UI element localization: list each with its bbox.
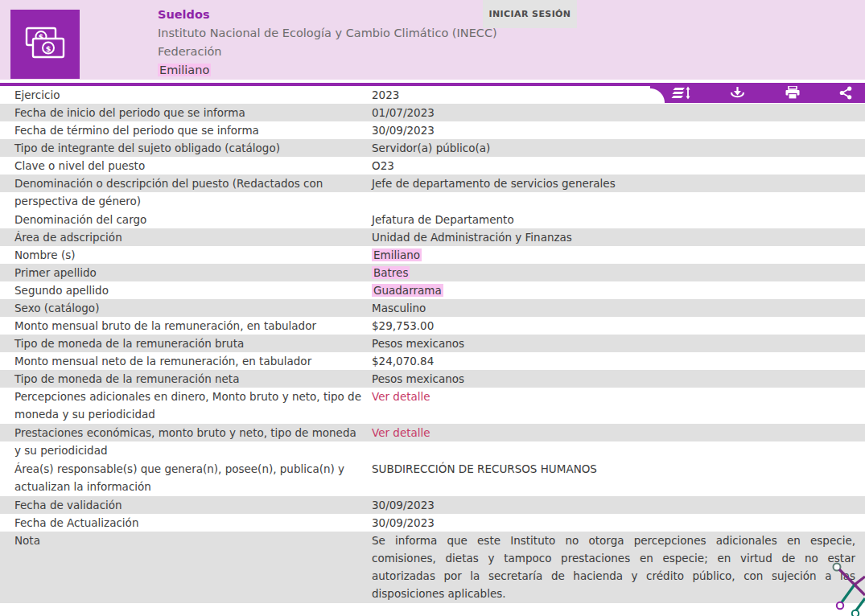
field-label: Denominación del cargo bbox=[0, 211, 362, 228]
field-label: Área de adscripción bbox=[0, 228, 362, 246]
field-value: 30/09/2023 bbox=[372, 514, 855, 532]
table-row: Tipo de moneda de la remuneración neta P… bbox=[0, 370, 865, 388]
table-row: Monto mensual neto de la remuneración, e… bbox=[0, 352, 865, 370]
field-value: Pesos mexicanos bbox=[372, 335, 855, 352]
field-label: Fecha de inicio del periodo que se infor… bbox=[0, 104, 362, 121]
ver-detalle-link[interactable]: Ver detalle bbox=[372, 390, 430, 403]
table-row: Tipo de moneda de la remuneración bruta … bbox=[0, 335, 865, 352]
field-label: Tipo de moneda de la remuneración bruta bbox=[0, 335, 362, 352]
field-value: 2023 bbox=[372, 86, 855, 104]
highlighted-value: Emiliano bbox=[372, 248, 422, 261]
field-value: Servidor(a) público(a) bbox=[372, 139, 855, 157]
money-bills-icon: $ $ bbox=[22, 26, 68, 63]
ver-detalle-link[interactable]: Ver detalle bbox=[372, 426, 430, 439]
table-row: Nombre (s) Emiliano bbox=[0, 246, 865, 264]
table-row: Monto mensual bruto de la remuneración, … bbox=[0, 317, 865, 335]
field-label: Tipo de integrante del sujeto obligado (… bbox=[0, 139, 362, 157]
svg-text:$: $ bbox=[46, 44, 51, 53]
table-row: Segundo apellido Guadarrama bbox=[0, 281, 865, 299]
field-label: Primer apellido bbox=[0, 264, 362, 281]
page-title: Sueldos bbox=[158, 6, 497, 24]
field-value: Masculino bbox=[372, 299, 855, 317]
field-value: Ver detalle bbox=[372, 388, 855, 405]
field-label: Área(s) responsable(s) que genera(n), po… bbox=[0, 460, 362, 495]
table-row: Fecha de término del periodo que se info… bbox=[0, 121, 865, 139]
login-button[interactable]: INICIAR SESIÓN bbox=[483, 0, 577, 28]
field-value: Batres bbox=[372, 264, 855, 281]
field-label: Prestaciones económicas, monto bruto y n… bbox=[0, 424, 362, 459]
field-value: 30/09/2023 bbox=[372, 121, 855, 139]
stick-figure-mascot-icon[interactable] bbox=[831, 560, 865, 616]
field-label: Fecha de término del periodo que se info… bbox=[0, 121, 362, 139]
field-value: SUBDIRECCIÓN DE RECURSOS HUMANOS bbox=[372, 460, 855, 478]
field-label: Ejercicio bbox=[0, 86, 362, 104]
field-label: Tipo de moneda de la remuneración neta bbox=[0, 370, 362, 388]
table-row: Percepciones adicionales en dinero, Mont… bbox=[0, 388, 865, 424]
field-label: Percepciones adicionales en dinero, Mont… bbox=[0, 388, 362, 423]
field-value: Unidad de Administración y Finanzas bbox=[372, 228, 855, 246]
table-row: Prestaciones económicas, monto bruto y n… bbox=[0, 424, 865, 460]
table-row: Tipo de integrante del sujeto obligado (… bbox=[0, 139, 865, 157]
table-row: Nota Se informa que este Instituto no ot… bbox=[0, 532, 865, 603]
field-label: Fecha de Actualización bbox=[0, 514, 362, 532]
highlighted-value: Guadarrama bbox=[372, 284, 443, 297]
field-value: Jefe de departamento de servicios genera… bbox=[372, 175, 855, 192]
field-label: Monto mensual neto de la remuneración, e… bbox=[0, 352, 362, 370]
table-row: Área de adscripción Unidad de Administra… bbox=[0, 228, 865, 246]
field-value: 01/07/2023 bbox=[372, 104, 855, 121]
field-value: O23 bbox=[372, 157, 855, 175]
table-row: Denominación del cargo Jefatura de Depar… bbox=[0, 211, 865, 228]
field-value: Jefatura de Departamento bbox=[372, 211, 855, 228]
field-label: Nota bbox=[0, 532, 362, 549]
search-term-highlight: Emiliano bbox=[158, 64, 211, 76]
table-row: Fecha de inicio del periodo que se infor… bbox=[0, 104, 865, 121]
table-row: Primer apellido Batres bbox=[0, 264, 865, 281]
field-value: $24,070.84 bbox=[372, 352, 855, 370]
field-value: Guadarrama bbox=[372, 281, 855, 299]
table-row: Ejercicio 2023 bbox=[0, 86, 865, 104]
table-row: Clave o nivel del puesto O23 bbox=[0, 157, 865, 175]
highlighted-value: Batres bbox=[372, 266, 410, 279]
field-value: Ver detalle bbox=[372, 424, 855, 441]
table-row: Fecha de validación 30/09/2023 bbox=[0, 496, 865, 514]
field-value: Pesos mexicanos bbox=[372, 370, 855, 388]
table-row: Fecha de Actualización 30/09/2023 bbox=[0, 514, 865, 532]
field-value: $29,753.00 bbox=[372, 317, 855, 335]
government-level: Federación bbox=[158, 43, 497, 61]
field-label: Segundo apellido bbox=[0, 281, 362, 299]
field-value: Emiliano bbox=[372, 246, 855, 264]
institution-name: Instituto Nacional de Ecología y Cambio … bbox=[158, 24, 497, 43]
field-label: Monto mensual bruto de la remuneración, … bbox=[0, 317, 362, 335]
table-row: Sexo (catálogo) Masculino bbox=[0, 299, 865, 317]
field-value: 30/09/2023 bbox=[372, 496, 855, 514]
field-label: Fecha de validación bbox=[0, 496, 362, 514]
search-term-line: Emiliano bbox=[158, 61, 497, 80]
record-detail-table: Ejercicio 2023 Fecha de inicio del perio… bbox=[0, 86, 865, 603]
module-logo: $ $ bbox=[10, 10, 80, 79]
table-row: Área(s) responsable(s) que genera(n), po… bbox=[0, 460, 865, 496]
page-header: $ $ Sueldos Instituto Nacional de Ecolog… bbox=[0, 0, 865, 80]
note-text: Se informa que este Instituto no otorga … bbox=[372, 532, 855, 602]
field-label: Clave o nivel del puesto bbox=[0, 157, 362, 175]
table-row: Denominación o descripción del puesto (R… bbox=[0, 175, 865, 211]
field-label: Nombre (s) bbox=[0, 246, 362, 264]
field-label: Sexo (catálogo) bbox=[0, 299, 362, 317]
field-label: Denominación o descripción del puesto (R… bbox=[0, 175, 362, 210]
